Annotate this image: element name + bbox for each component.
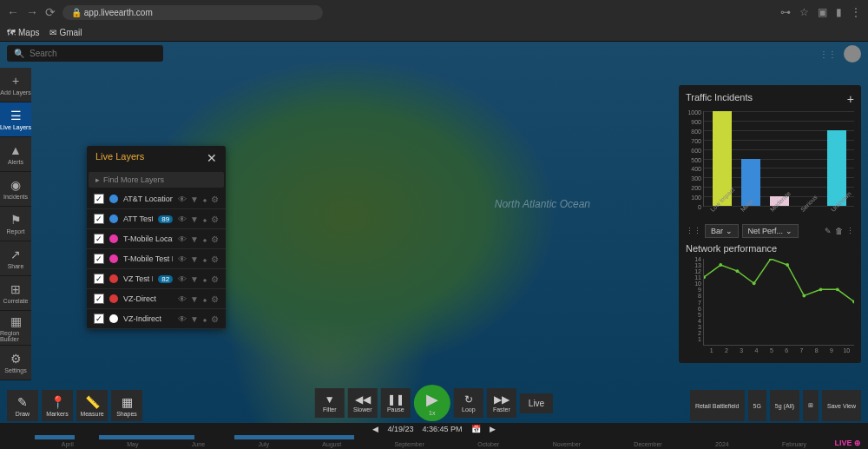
playback-slower[interactable]: ◀◀Slower [348,388,378,418]
gear-icon[interactable]: ⚙ [211,215,219,224]
live-button[interactable]: Live [520,393,553,413]
measure-tool[interactable]: 📏Measure [76,390,108,421]
chart-title-2: Network performance [686,243,777,254]
pin-icon[interactable]: ⬥ [202,195,207,204]
visibility-icon[interactable]: 👁 [178,274,187,284]
find-layers-button[interactable]: ▸Find More Layers [89,172,224,188]
search-input[interactable] [30,49,156,58]
sidebar-item-settings[interactable]: ⚙Settings [0,346,31,380]
sidebar-item-share[interactable]: ↗Share [0,241,31,276]
layer-item[interactable]: ✓VZ-Indirect👁▼⬥⚙ [87,309,226,329]
layer-item[interactable]: ✓VZ Test Data82👁▼⬥⚙ [87,269,226,289]
filter-icon[interactable]: ▼ [190,314,199,324]
reload-icon[interactable]: ⟳ [45,5,56,19]
layer-item[interactable]: ✓T-Mobile Test Da👁▼⬥⚙ [87,249,226,269]
checkbox[interactable]: ✓ [94,234,104,244]
extension-icon[interactable]: ▣ [818,6,827,18]
grid-icon[interactable]: ⋮⋮ [819,50,837,59]
markers-tool[interactable]: 📍Markers [42,390,73,421]
avatar[interactable] [844,45,861,63]
calendar-icon[interactable]: 📅 [471,425,481,433]
chart-data-select[interactable]: Net Perf... ⌄ [742,224,799,238]
chart-type-select[interactable]: Bar ⌄ [705,224,739,238]
sidebar-item-correlate[interactable]: ⊞Correlate [0,276,31,311]
playback-play[interactable]: ▶1x [414,385,450,421]
checkbox[interactable]: ✓ [94,274,104,284]
sidebar-icon: ↗ [10,248,21,261]
app-search[interactable]: 🔍 [7,45,163,62]
timeline-fwd-icon[interactable]: ▶ [490,425,496,433]
close-icon[interactable]: ✕ [207,151,217,165]
timeline-back-icon[interactable]: ◀ [372,425,378,433]
playback-loop[interactable]: ↻Loop [454,388,483,418]
visibility-icon[interactable]: 👁 [178,234,187,244]
preset-button[interactable]: ⊞ [803,390,819,421]
sidebar-item-region-builder[interactable]: ▦Region Builder [0,311,31,346]
gear-icon[interactable]: ⚙ [211,294,219,304]
sidebar-item-add-layers[interactable]: +Add Layers [0,68,31,102]
gear-icon[interactable]: ⚙ [211,234,219,244]
timeline[interactable]: ◀ 4/19/23 4:36:45 PM 📅 ▶ AprilMayJuneJul… [0,423,868,449]
key-icon[interactable]: ⊶ [780,6,791,18]
preset-button[interactable]: Retail Battlefield [690,390,745,421]
bookmark-gmail[interactable]: ✉ Gmail [49,28,82,37]
sidebar-item-incidents[interactable]: ◉Incidents [0,172,31,207]
gear-icon[interactable]: ⚙ [211,274,219,284]
add-chart-icon[interactable]: + [847,92,854,106]
star-icon[interactable]: ☆ [799,6,809,18]
pin-icon[interactable]: ⬥ [202,234,207,244]
checkbox[interactable]: ✓ [94,294,104,304]
filter-icon[interactable]: ▼ [190,254,199,264]
delete-icon[interactable]: 🗑 [835,227,843,235]
filter-icon[interactable]: ▼ [190,215,199,224]
pin-icon[interactable]: ⬥ [202,215,207,224]
svg-point-1 [719,263,722,267]
shapes-tool[interactable]: ▦Shapes [111,390,142,421]
visibility-icon[interactable]: 👁 [178,254,187,264]
layer-item[interactable]: ✓AT&T Locations👁▼⬥⚙ [87,189,226,209]
panel-title: Live Layers [95,151,144,165]
playback-pause[interactable]: ❚❚Pause [381,388,411,418]
sidebar-item-report[interactable]: ⚑Report [0,207,31,241]
checkbox[interactable]: ✓ [94,254,104,264]
preset-button[interactable]: 5g (All) [770,390,799,421]
menu-icon[interactable]: ⋮ [851,6,861,18]
draw-tool[interactable]: ✎Draw [7,390,38,421]
pin-icon[interactable]: ⬥ [202,314,207,324]
visibility-icon[interactable]: 👁 [178,294,187,304]
playback-faster[interactable]: ▶▶Faster [487,388,516,418]
edit-icon[interactable]: ✎ [825,227,832,235]
sidebar-item-alerts[interactable]: ▲Alerts [0,137,31,172]
preset-button[interactable]: Save View [822,390,861,421]
checkbox[interactable]: ✓ [94,214,104,224]
checkbox[interactable]: ✓ [94,314,104,324]
playback-filter[interactable]: ▼Filter [315,388,345,418]
filter-icon[interactable]: ▼ [190,274,199,284]
pin-icon[interactable]: ⬥ [202,294,207,304]
checkbox[interactable]: ✓ [94,194,104,204]
gear-icon[interactable]: ⚙ [211,314,219,324]
layer-item[interactable]: ✓T-Mobile Locatic👁▼⬥⚙ [87,229,226,249]
filter-icon[interactable]: ▼ [190,234,199,244]
back-icon[interactable]: ← [7,5,19,19]
pin-icon[interactable]: ⬥ [202,274,207,284]
gear-icon[interactable]: ⚙ [211,254,219,264]
layer-item[interactable]: ✓ATT Test Data89👁▼⬥⚙ [87,209,226,229]
url-bar[interactable]: 🔒 app.liveearth.com [62,5,323,20]
gear-icon[interactable]: ⚙ [211,195,219,204]
filter-icon[interactable]: ▼ [190,294,199,304]
drag-icon[interactable]: ⋮⋮ [686,227,701,235]
forward-icon[interactable]: → [26,5,38,19]
sidebar-icon: ◉ [10,178,21,192]
bookmark-maps[interactable]: 🗺 Maps [7,28,39,37]
sidebar-item-live-layers[interactable]: ☰Live Layers [0,102,31,137]
visibility-icon[interactable]: 👁 [178,195,187,204]
layer-item[interactable]: ✓VZ-Direct👁▼⬥⚙ [87,289,226,309]
pin-icon[interactable]: ⬥ [202,254,207,264]
visibility-icon[interactable]: 👁 [178,314,187,324]
preset-button[interactable]: 5G [748,390,766,421]
profile-icon[interactable]: ▮ [836,6,842,18]
more-icon[interactable]: ⋮ [846,227,854,235]
visibility-icon[interactable]: 👁 [178,215,187,224]
filter-icon[interactable]: ▼ [190,195,199,204]
